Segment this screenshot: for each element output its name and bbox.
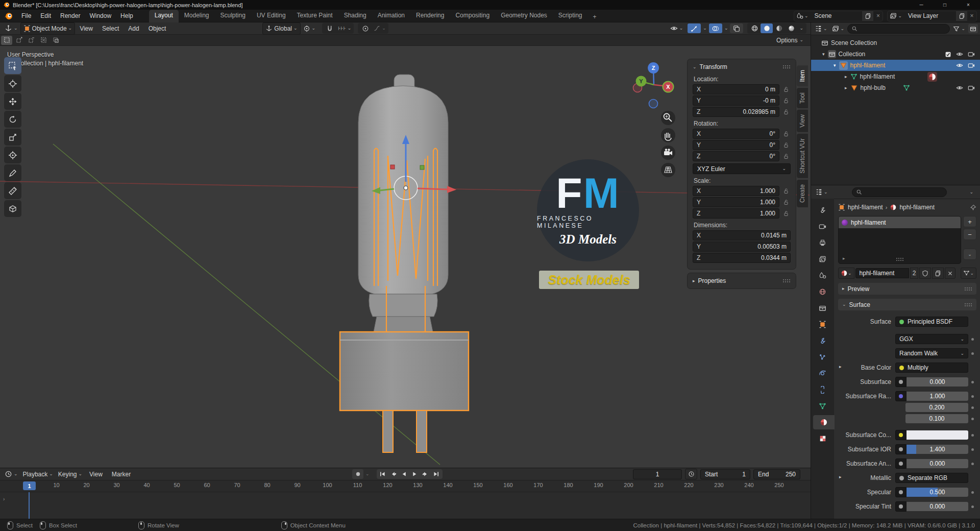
gizmos-dropdown[interactable]: ⌄ xyxy=(703,26,707,31)
scene-browse-button[interactable]: ⌄ xyxy=(794,12,811,19)
specular-slider[interactable]: 0.500 xyxy=(906,488,968,497)
snap-toggle[interactable] xyxy=(323,23,336,33)
previous-keyframe-button[interactable] xyxy=(388,470,399,478)
subsurface-color-input-button[interactable] xyxy=(895,430,906,440)
scene-unlink-button[interactable]: × xyxy=(873,12,883,19)
gizmos-toggle[interactable] xyxy=(688,23,701,33)
select-mode-intersect-button[interactable] xyxy=(50,36,61,45)
view-layer-name[interactable]: View Layer xyxy=(904,12,956,19)
timeline-menu-view[interactable]: View xyxy=(85,468,107,480)
tool-annotate[interactable] xyxy=(4,164,21,181)
select-mode-extend-button[interactable] xyxy=(13,36,24,45)
outliner-filter-button[interactable]: ⌄ xyxy=(951,23,967,34)
tool-cursor[interactable] xyxy=(4,75,21,92)
menu-edit[interactable]: Edit xyxy=(36,10,56,22)
location-y-field[interactable]: Y-0 m xyxy=(693,95,779,106)
current-frame-badge[interactable]: 1 xyxy=(23,481,36,490)
lock-scale-x[interactable] xyxy=(781,188,791,194)
auto-keying-dropdown[interactable]: ⌄ xyxy=(365,472,370,476)
lock-location-y[interactable] xyxy=(781,98,791,104)
animate-decorator[interactable] xyxy=(968,434,976,437)
subsurface-radius-z-field[interactable]: 0.100 xyxy=(905,414,968,423)
dimensions-y-field[interactable]: Y0.00503 m xyxy=(693,242,791,252)
timeline-menu-marker[interactable]: Marker xyxy=(107,468,135,480)
tab-modifiers[interactable] xyxy=(813,333,832,348)
maximize-button[interactable]: □ xyxy=(933,0,957,10)
subsurface-anisotropy-slider[interactable]: 0.000 xyxy=(906,459,968,468)
distribution-dropdown[interactable]: GGX⌄ xyxy=(895,334,968,344)
remove-material-slot-button[interactable]: − xyxy=(963,229,976,240)
dimensions-x-field[interactable]: X0.0145 m xyxy=(693,230,791,240)
outliner-editor-type-button[interactable]: ⌄ xyxy=(813,23,829,34)
scale-z-field[interactable]: Z1.000 xyxy=(693,208,779,219)
exclude-checkbox[interactable] xyxy=(945,51,951,58)
slot-list-expand[interactable]: ▸ xyxy=(843,256,845,261)
animate-decorator[interactable] xyxy=(968,381,976,383)
material-nodes-button[interactable]: ⌄ xyxy=(961,268,976,279)
select-mode-new-button[interactable] xyxy=(1,36,12,45)
n-tab-tool[interactable]: Tool xyxy=(797,88,808,108)
viewport-menu-add[interactable]: Add xyxy=(124,22,143,35)
disclosure-triangle[interactable]: ▾ xyxy=(822,52,825,57)
tab-output[interactable] xyxy=(813,235,832,250)
shading-wireframe-button[interactable] xyxy=(748,23,761,33)
xray-toggle[interactable] xyxy=(730,23,743,33)
pivot-point-selector[interactable]: ⌄ xyxy=(301,23,318,34)
subsurface-ior-slider[interactable]: 1.400 xyxy=(906,445,968,454)
tab-object[interactable] xyxy=(813,317,832,331)
lock-scale-y[interactable] xyxy=(781,199,791,205)
new-collection-button[interactable] xyxy=(968,24,978,33)
material-slot-list[interactable]: hphl-filament ▸ xyxy=(838,216,961,264)
lock-location-z[interactable] xyxy=(781,109,791,115)
animate-decorator[interactable] xyxy=(968,448,976,451)
dimensions-z-field[interactable]: Z0.0344 m xyxy=(693,253,791,263)
subsurface-input-button[interactable] xyxy=(895,377,906,387)
viewport-menu-object[interactable]: Object xyxy=(144,22,171,35)
lock-location-x[interactable] xyxy=(781,86,791,92)
outliner-row-hphl-filament-object[interactable]: ▾ hphl-filament xyxy=(811,60,980,71)
tab-view-layer[interactable] xyxy=(813,252,832,266)
outliner-row-hphl-filament-mesh[interactable]: ▸ hphl-filament xyxy=(811,71,980,82)
menu-render[interactable]: Render xyxy=(56,10,85,22)
timeline-menu-playback[interactable]: Playback⌄ xyxy=(20,469,56,480)
hide-eye-icon[interactable] xyxy=(956,51,963,58)
shading-dropdown[interactable]: ⌄ xyxy=(797,26,805,31)
play-button[interactable] xyxy=(410,470,420,478)
workspace-tab-rendering[interactable]: Rendering xyxy=(410,10,450,22)
subsurface-anisotropy-input-button[interactable] xyxy=(895,458,906,469)
view-layer-unlink-button[interactable]: × xyxy=(967,12,976,19)
location-z-field[interactable]: Z0.028985 m xyxy=(693,107,779,117)
animate-decorator[interactable] xyxy=(968,395,976,398)
tab-scene[interactable] xyxy=(813,268,832,282)
slot-list-grip[interactable] xyxy=(896,257,904,261)
workspace-tab-scripting[interactable]: Scripting xyxy=(553,10,588,22)
workspace-tab-modeling[interactable]: Modeling xyxy=(179,10,215,22)
add-workspace-button[interactable]: + xyxy=(588,11,602,22)
shading-rendered-button[interactable] xyxy=(785,23,797,33)
select-mode-subtract-button[interactable] xyxy=(26,36,37,45)
viewport-menu-view[interactable]: View xyxy=(75,22,97,35)
base-color-button[interactable]: Multiply xyxy=(895,363,968,373)
preview-panel-header[interactable]: ▸ Preview xyxy=(838,283,976,295)
jump-to-end-button[interactable] xyxy=(431,470,442,478)
expand-arrow[interactable]: ▸ xyxy=(839,475,842,479)
proportional-editing-toggle[interactable] xyxy=(359,23,372,33)
material-slot-row[interactable]: hphl-filament xyxy=(839,216,961,228)
disclosure-triangle[interactable]: ▸ xyxy=(845,86,847,90)
workspace-tab-texture-paint[interactable]: Texture Paint xyxy=(291,10,338,22)
workspace-tab-compositing[interactable]: Compositing xyxy=(450,10,495,22)
material-icon[interactable] xyxy=(927,72,937,82)
jump-to-start-button[interactable] xyxy=(378,470,388,478)
animate-decorator[interactable] xyxy=(968,418,976,420)
tab-physics[interactable] xyxy=(813,366,832,380)
new-material-copy-button[interactable] xyxy=(932,268,944,279)
close-button[interactable]: × xyxy=(957,0,980,10)
material-specials-button[interactable]: ⌄ xyxy=(963,249,976,260)
outliner-row-collection[interactable]: ▾ Collection xyxy=(811,49,980,60)
surface-shader-button[interactable]: Principled BSDF xyxy=(895,317,968,327)
animate-decorator[interactable] xyxy=(968,463,976,465)
scene-name[interactable]: Scene xyxy=(810,12,862,19)
properties-search-input[interactable] xyxy=(852,187,947,197)
scale-y-field[interactable]: Y1.000 xyxy=(693,197,779,207)
breadcrumb-material[interactable]: hphl-filament xyxy=(899,204,935,211)
